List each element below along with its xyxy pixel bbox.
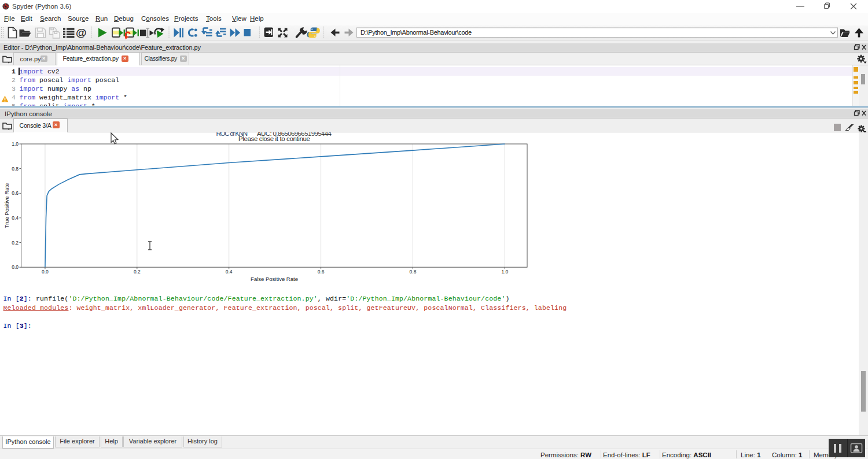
svg-text:0.2: 0.2 [134,269,141,275]
svg-text:0.0: 0.0 [12,264,19,270]
svg-text:@: @ [76,27,87,39]
svg-text:0.6: 0.6 [12,190,19,196]
svg-text:0.4: 0.4 [226,269,233,275]
svg-text:0.6: 0.6 [318,269,325,275]
svg-text:1.0: 1.0 [12,141,19,147]
svg-text:D:\Python_Imp\Abnormal-Behavio: D:\Python_Imp\Abnormal-Behaviour\code [361,29,472,36]
svg-text:False Positive Rate: False Positive Rate [251,276,298,282]
svg-text:0.8: 0.8 [12,166,19,172]
svg-text:0.4: 0.4 [12,215,19,221]
svg-text:0.0: 0.0 [42,269,49,275]
svg-text:Please close it to continue: Please close it to continue [238,135,310,142]
svg-text:True Positive Rate: True Positive Rate [3,183,10,228]
svg-text:0.2: 0.2 [12,240,19,246]
svg-text:1.0: 1.0 [501,269,508,275]
svg-text:0.8: 0.8 [410,269,417,275]
